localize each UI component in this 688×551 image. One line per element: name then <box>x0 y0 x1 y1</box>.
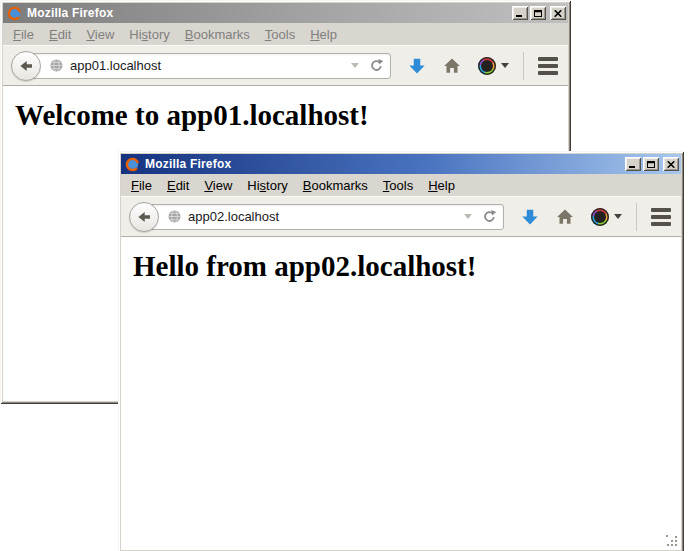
menu-history[interactable]: History <box>247 178 287 193</box>
menu-edit[interactable]: Edit <box>167 178 189 193</box>
reload-icon <box>482 209 497 224</box>
close-button[interactable] <box>663 157 679 171</box>
toolbar-separator <box>523 52 524 80</box>
maximize-icon <box>534 10 542 17</box>
site-globe-icon <box>167 209 182 224</box>
browser-window-app02: Mozilla Firefox File Edit View History B… <box>118 151 684 551</box>
download-button[interactable] <box>408 57 426 75</box>
menu-view[interactable]: View <box>86 27 114 42</box>
firefox-logo-icon <box>125 157 140 172</box>
menu-bar: File Edit View History Bookmarks Tools H… <box>121 174 681 196</box>
menu-history[interactable]: History <box>129 27 169 42</box>
close-icon <box>554 10 562 17</box>
url-bar[interactable]: app02.localhost <box>144 204 504 230</box>
minimize-icon <box>516 10 524 17</box>
extension-lens-button[interactable] <box>591 208 622 226</box>
menu-help[interactable]: Help <box>428 178 455 193</box>
menu-edit[interactable]: Edit <box>49 27 71 42</box>
page-heading: Welcome to app01.localhost! <box>15 99 568 132</box>
menu-tools[interactable]: Tools <box>383 178 413 193</box>
urlbar-dropdown-icon[interactable] <box>351 63 359 68</box>
open-menu-button[interactable] <box>651 208 671 226</box>
download-arrow-icon <box>521 208 539 226</box>
menu-view[interactable]: View <box>204 178 232 193</box>
menu-file[interactable]: File <box>13 27 34 42</box>
site-globe-icon <box>49 58 64 73</box>
reload-icon <box>369 58 384 73</box>
menu-bar: File Edit View History Bookmarks Tools H… <box>3 23 568 45</box>
window-title: Mozilla Firefox <box>27 6 510 20</box>
urlbar-dropdown-icon[interactable] <box>464 214 472 219</box>
titlebar[interactable]: Mozilla Firefox <box>3 3 568 23</box>
lens-dropdown-icon[interactable] <box>614 214 622 219</box>
minimize-button[interactable] <box>512 6 528 20</box>
reload-button[interactable] <box>369 58 384 73</box>
url-text[interactable]: app02.localhost <box>188 209 460 224</box>
close-button[interactable] <box>550 6 566 20</box>
maximize-button[interactable] <box>530 6 546 20</box>
back-arrow-icon <box>18 58 34 74</box>
close-icon <box>667 161 675 168</box>
lens-dropdown-icon[interactable] <box>501 63 509 68</box>
extension-lens-button[interactable] <box>478 57 509 75</box>
maximize-icon <box>647 161 655 168</box>
menu-tools[interactable]: Tools <box>265 27 295 42</box>
url-bar[interactable]: app01.localhost <box>26 53 391 79</box>
lens-icon <box>478 57 496 75</box>
download-button[interactable] <box>521 208 539 226</box>
home-button[interactable] <box>443 57 461 75</box>
navigation-toolbar: app01.localhost <box>3 45 568 86</box>
page-heading: Hello from app02.localhost! <box>133 250 681 283</box>
home-icon <box>556 208 574 226</box>
page-content-app02: Hello from app02.localhost! <box>121 237 681 550</box>
back-button[interactable] <box>11 51 41 81</box>
download-arrow-icon <box>408 57 426 75</box>
menu-icon <box>651 208 671 212</box>
menu-icon <box>538 57 558 61</box>
minimize-button[interactable] <box>625 157 641 171</box>
desktop: Mozilla Firefox File Edit View History B… <box>0 0 688 551</box>
lens-icon <box>591 208 609 226</box>
firefox-logo-icon <box>7 6 22 21</box>
back-button[interactable] <box>129 202 159 232</box>
back-arrow-icon <box>136 209 152 225</box>
menu-bookmarks[interactable]: Bookmarks <box>185 27 250 42</box>
navigation-toolbar: app02.localhost <box>121 196 681 237</box>
titlebar[interactable]: Mozilla Firefox <box>121 154 681 174</box>
menu-help[interactable]: Help <box>310 27 337 42</box>
home-icon <box>443 57 461 75</box>
maximize-button[interactable] <box>643 157 659 171</box>
resize-grip[interactable] <box>666 535 679 548</box>
open-menu-button[interactable] <box>538 57 558 75</box>
toolbar-separator <box>636 203 637 231</box>
menu-bookmarks[interactable]: Bookmarks <box>303 178 368 193</box>
menu-file[interactable]: File <box>131 178 152 193</box>
window-title: Mozilla Firefox <box>145 157 623 171</box>
minimize-icon <box>629 161 637 168</box>
url-text[interactable]: app01.localhost <box>70 58 347 73</box>
reload-button[interactable] <box>482 209 497 224</box>
home-button[interactable] <box>556 208 574 226</box>
